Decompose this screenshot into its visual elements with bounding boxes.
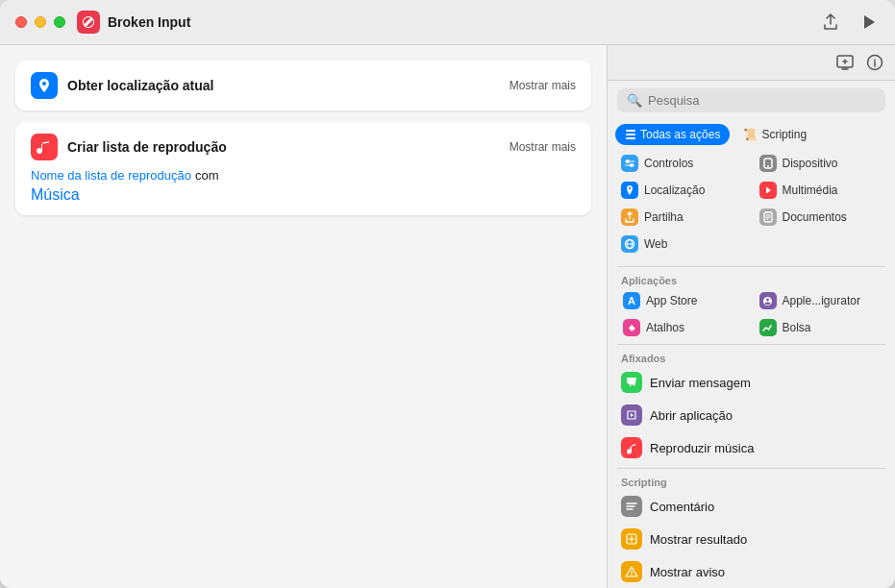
cat-pill-all-actions[interactable]: Todas as ações — [615, 124, 730, 145]
action-header-location: Obter localização atual Mostrar mais — [31, 72, 576, 99]
main-window: Broken Input — [0, 0, 895, 588]
share-cat-icon — [621, 208, 638, 226]
documents-icon — [759, 208, 777, 226]
action-body-music: Nome da lista de reprodução com — [31, 168, 576, 183]
music-icon — [31, 134, 58, 160]
cat-item-web[interactable]: Web — [615, 232, 750, 257]
close-button[interactable] — [15, 16, 27, 28]
divider-pinned — [617, 344, 885, 345]
svg-point-8 — [767, 165, 769, 167]
open-app-label: Abrir aplicação — [650, 408, 733, 423]
minimize-button[interactable] — [35, 16, 46, 28]
cat-pill-scripting[interactable]: 📜 Scripting — [733, 124, 816, 145]
action-title-location: Obter localização atual — [67, 78, 214, 93]
apps-list: A App Store Apple...igurator — [608, 288, 895, 340]
action-title-music: Criar lista de reprodução — [67, 139, 227, 155]
pinned-item-open-app[interactable]: Abrir aplicação — [613, 399, 889, 431]
window-title: Broken Input — [108, 14, 818, 30]
send-message-label: Enviar mensagem — [650, 376, 751, 390]
cat-item-location[interactable]: Localização — [615, 178, 750, 203]
bolsa-icon — [759, 319, 777, 336]
cat-label-multimedia: Multimédia — [783, 184, 838, 197]
right-panel-header — [608, 45, 895, 81]
comment-label: Comentário — [650, 500, 714, 514]
atalhos-icon — [623, 319, 640, 336]
scrollable-content: Aplicações A App Store — [608, 271, 895, 588]
scripting-icon: 📜 — [743, 128, 758, 141]
show-more-location[interactable]: Mostrar mais — [510, 79, 576, 92]
action-header-music: Criar lista de reprodução Mostrar mais — [31, 134, 576, 160]
music-app-token[interactable]: Música — [31, 186, 80, 203]
titlebar: Broken Input — [0, 0, 895, 45]
action-card-music: Criar lista de reprodução Mostrar mais N… — [15, 122, 591, 215]
scripting-item-show-result[interactable]: Mostrar resultado — [613, 523, 889, 555]
app-store-icon: A — [623, 292, 640, 309]
show-result-icon — [621, 528, 642, 550]
main-content: Obter localização atual Mostrar mais Cri… — [0, 45, 895, 588]
svg-rect-2 — [626, 130, 635, 132]
atalhos-item[interactable]: Atalhos — [617, 315, 750, 340]
cat-label-share: Partilha — [644, 210, 684, 224]
cat-label-web: Web — [644, 237, 667, 251]
cat-label-documents: Documentos — [783, 210, 847, 224]
action-left-music: Criar lista de reprodução — [31, 134, 227, 160]
play-music-label: Reproduzir música — [650, 441, 754, 455]
share-button[interactable] — [818, 10, 843, 35]
apps-section-label: Aplicações — [608, 271, 895, 288]
add-to-dock-button[interactable] — [835, 53, 855, 72]
search-input[interactable] — [648, 93, 876, 108]
web-icon — [621, 235, 638, 253]
apple-configurator-icon — [759, 292, 777, 309]
scripting-item-comment[interactable]: Comentário — [613, 490, 889, 523]
right-panel: 🔍 Todas as ações 📜 Scripting — [607, 45, 895, 588]
pinned-item-play-music[interactable]: Reproduzir música — [613, 431, 889, 464]
action-card-location: Obter localização atual Mostrar mais — [15, 61, 591, 110]
apple-configurator-label: Apple...igurator — [783, 294, 860, 307]
cat-label-all: Todas as ações — [640, 128, 720, 141]
show-more-music[interactable]: Mostrar mais — [510, 140, 576, 154]
play-music-icon — [621, 437, 642, 458]
show-warning-label: Mostrar aviso — [650, 565, 725, 579]
comment-icon — [621, 496, 642, 517]
show-result-label: Mostrar resultado — [650, 532, 747, 547]
send-message-icon — [621, 372, 642, 393]
scripting-list: Comentário Mostrar resultado — [608, 490, 895, 588]
left-panel: Obter localização atual Mostrar mais Cri… — [0, 45, 607, 588]
svg-rect-4 — [626, 137, 635, 139]
play-button[interactable] — [858, 11, 880, 34]
search-bar: 🔍 — [617, 88, 885, 112]
search-icon: 🔍 — [627, 93, 642, 108]
divider-apps — [617, 266, 885, 267]
controls-icon — [621, 155, 638, 172]
bolsa-label: Bolsa — [783, 321, 811, 334]
action-left-location: Obter localização atual — [31, 72, 214, 99]
cat-grid: Controlos Dispositivo — [608, 149, 895, 262]
app-store-label: App Store — [646, 294, 697, 307]
maximize-button[interactable] — [54, 16, 65, 28]
location-cat-icon — [621, 182, 638, 199]
cat-item-documents[interactable]: Documentos — [754, 205, 888, 230]
location-icon — [31, 72, 58, 99]
multimedia-icon — [759, 182, 777, 199]
titlebar-actions — [818, 10, 880, 35]
info-button[interactable] — [866, 54, 883, 71]
categories: Todas as ações 📜 Scripting — [608, 120, 895, 149]
cat-item-share[interactable]: Partilha — [615, 205, 750, 230]
apps-grid: A App Store Apple...igurator — [613, 288, 889, 340]
cat-item-multimedia[interactable]: Multimédia — [754, 178, 888, 203]
cat-label-device: Dispositivo — [783, 157, 838, 170]
cat-item-device[interactable]: Dispositivo — [754, 151, 888, 176]
pinned-item-send-message[interactable]: Enviar mensagem — [613, 366, 889, 399]
app-store-item[interactable]: A App Store — [617, 288, 750, 313]
cat-label-controls: Controlos — [644, 157, 693, 170]
scripting-section-label: Scripting — [608, 473, 895, 490]
cat-label-location: Localização — [644, 184, 705, 197]
device-icon — [759, 155, 777, 172]
cat-item-controls[interactable]: Controlos — [615, 151, 750, 176]
bolsa-item[interactable]: Bolsa — [754, 315, 886, 340]
apple-configurator-item[interactable]: Apple...igurator — [754, 288, 886, 313]
scripting-item-show-warning[interactable]: Mostrar aviso — [613, 555, 889, 588]
playlist-token[interactable]: Nome da lista de reprodução — [31, 168, 191, 183]
conjunction-text: com — [195, 168, 219, 183]
cat-label-scripting: Scripting — [761, 128, 807, 141]
